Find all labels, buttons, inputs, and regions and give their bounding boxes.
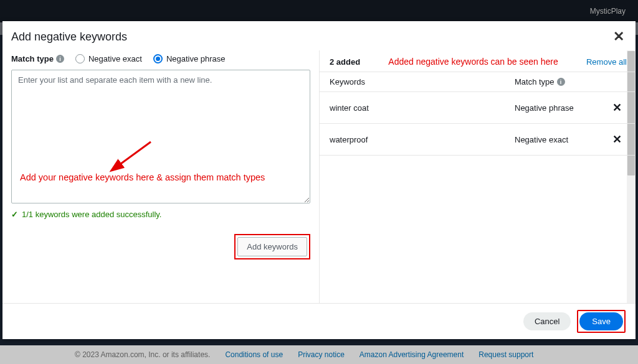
modal-footer: Cancel Save [2, 303, 636, 339]
add-button-row: Add keywords [11, 234, 310, 259]
cell-match: Negative phrase [515, 103, 608, 113]
check-icon: ✓ [11, 210, 18, 219]
annotation-text-right: Added negative keywords can be seen here [388, 57, 558, 67]
col-header-keywords: Keywords [330, 77, 515, 86]
remove-all-link[interactable]: Remove all [586, 57, 627, 67]
radio-icon [153, 54, 163, 63]
cell-match: Negative exact [515, 135, 608, 144]
added-header: 2 added Added negative keywords can be s… [320, 50, 636, 72]
keywords-textarea[interactable] [11, 70, 310, 203]
remove-row-icon[interactable]: ✕ [612, 101, 622, 114]
left-panel: Match type i Negative exact Negative phr… [2, 50, 319, 303]
modal-header: Add negative keywords ✕ [2, 21, 636, 50]
remove-row-icon[interactable]: ✕ [612, 133, 622, 146]
col-header-match: Match type i [515, 77, 608, 86]
keywords-table-header: Keywords Match type i [320, 72, 636, 92]
success-message: ✓ 1/1 keywords were added successfully. [11, 210, 310, 219]
radio-negative-phrase[interactable]: Negative phrase [153, 54, 226, 63]
annotation-highlight-box: Add keywords [234, 234, 310, 259]
cell-keyword: winter coat [330, 103, 515, 113]
radio-icon [75, 54, 85, 63]
cell-keyword: waterproof [330, 135, 515, 144]
table-row: waterproof Negative exact ✕ [320, 124, 636, 156]
annotation-highlight-box: Save [577, 310, 626, 333]
modal-body: Match type i Negative exact Negative phr… [2, 50, 636, 303]
match-type-label: Match type i [11, 54, 64, 63]
add-keywords-button[interactable]: Add keywords [237, 237, 307, 256]
added-count-label: 2 added [330, 57, 360, 67]
modal-title: Add negative keywords [11, 30, 127, 44]
right-panel: 2 added Added negative keywords can be s… [319, 50, 636, 303]
cancel-button[interactable]: Cancel [523, 312, 571, 330]
save-button[interactable]: Save [579, 312, 623, 330]
radio-negative-exact[interactable]: Negative exact [75, 54, 142, 63]
info-icon[interactable]: i [557, 78, 565, 86]
add-negative-keywords-modal: Add negative keywords ✕ Match type i Neg… [2, 21, 636, 339]
table-row: winter coat Negative phrase ✕ [320, 92, 636, 124]
info-icon[interactable]: i [56, 55, 64, 63]
close-icon[interactable]: ✕ [613, 30, 624, 44]
match-type-row: Match type i Negative exact Negative phr… [11, 54, 310, 63]
